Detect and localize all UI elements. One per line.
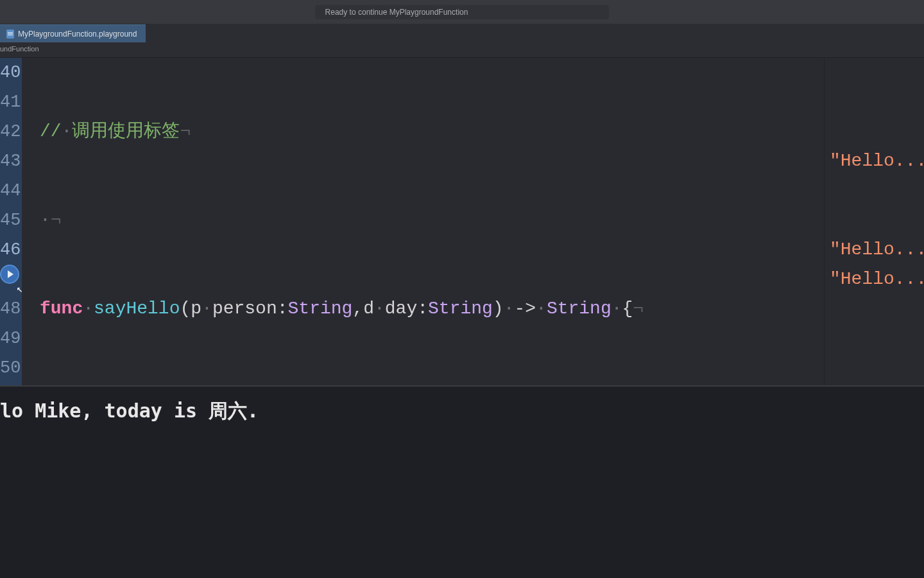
run-button[interactable] (0, 265, 19, 284)
console-output[interactable]: lo Mike, today is 周六. (0, 385, 924, 578)
code-line: //·调用使用标签¬ (40, 117, 824, 146)
line-number: 45 (0, 206, 21, 235)
status-message: Ready to continue MyPlaygroundFunction (315, 5, 610, 19)
line-number: 44 (0, 176, 21, 206)
editor: 40 41 42 43 44 45 46 47 48 49 50 ↖ //·调用… (0, 58, 924, 385)
line-number: 42 (0, 117, 21, 146)
line-number: 48 (0, 294, 21, 324)
line-number: 49 (0, 324, 21, 353)
line-number: 43 (0, 146, 21, 176)
results-sidebar: "Hello... "Hello... "Hello... (824, 58, 924, 385)
tab-bar: MyPlaygroundFunction.playground (0, 24, 924, 42)
code-area[interactable]: //·调用使用标签¬ ·¬ func·sayHello(p·person:Str… (22, 58, 824, 385)
line-number: 41 (0, 87, 21, 117)
result-value[interactable]: "Hello... (830, 235, 924, 265)
line-number: 46 (0, 235, 21, 265)
line-number: 40 (0, 58, 21, 87)
breadcrumb[interactable]: undFunction (0, 42, 924, 58)
file-icon (6, 30, 14, 39)
line-gutter: 40 41 42 43 44 45 46 47 48 49 50 ↖ (0, 58, 22, 385)
code-line: ·¬ (40, 206, 824, 235)
code-line: func·sayHello(p·person:String,d·day:Stri… (40, 294, 824, 324)
result-value[interactable]: "Hello... (830, 146, 924, 176)
tab-filename: MyPlaygroundFunction.playground (18, 30, 137, 39)
toolbar: Ready to continue MyPlaygroundFunction (0, 0, 924, 24)
result-value[interactable]: "Hello... (830, 265, 924, 294)
code-line: ····return·"Hello·\(person),·today·is·\(… (40, 383, 824, 385)
tab-file[interactable]: MyPlaygroundFunction.playground (0, 24, 146, 42)
line-number: 50 (0, 353, 21, 383)
